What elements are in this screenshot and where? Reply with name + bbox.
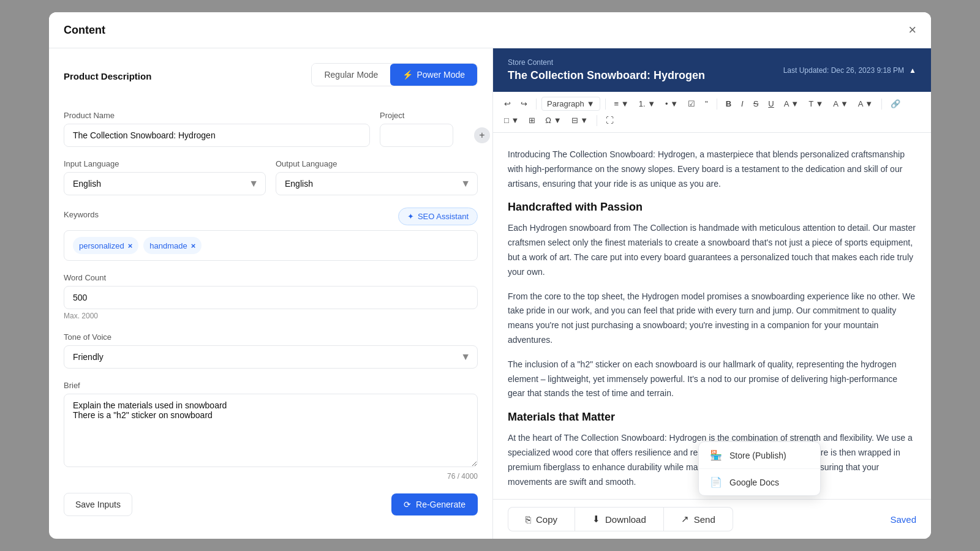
power-mode-button[interactable]: ⚡ ⚡ Power Mode Power Mode <box>390 64 477 86</box>
toolbar-sep-1 <box>536 99 537 110</box>
refresh-icon: ⟳ <box>404 500 411 509</box>
store-icon: 🏪 <box>710 449 722 461</box>
tone-label: Tone of Voice <box>64 332 478 342</box>
remove-handmade-button[interactable]: × <box>191 241 196 250</box>
text-highlight-button[interactable]: A ▼ <box>854 97 876 111</box>
seo-assistant-button[interactable]: ✦ SEO Assistant <box>398 208 478 225</box>
send-icon: ↗ <box>681 514 689 525</box>
modal-overlay: Content × Product Description Regular Mo… <box>0 0 980 551</box>
content-para-1: Each Hydrogen snowboard from The Collect… <box>508 221 916 279</box>
publish-dropdown: 🏪 Store (Publish) 📄 Google Docs <box>698 441 821 496</box>
tone-wrapper: Friendly ▼ <box>64 345 478 369</box>
input-language-select[interactable]: English <box>64 172 266 195</box>
copy-icon: ⎘ <box>526 514 531 525</box>
text-bg-button[interactable]: A ▼ <box>829 97 851 111</box>
bold-button[interactable]: B <box>722 97 735 111</box>
link-button[interactable]: 🔗 <box>887 97 904 111</box>
output-language-label: Output Language <box>276 159 478 168</box>
regenerate-button[interactable]: ⟳ Re-Generate <box>391 493 478 515</box>
store-label: Store Content <box>508 58 705 67</box>
brief-textarea[interactable]: Explain the materials used in snowboard … <box>64 394 478 467</box>
content-footer: ⎘ Copy ⬇ Download ↗ Send Saved <box>493 499 931 539</box>
paragraph-chevron-icon: ▼ <box>587 99 595 108</box>
product-name-input[interactable] <box>64 124 370 147</box>
copy-button[interactable]: ⎘ Copy <box>508 507 575 531</box>
content-modal: Content × Product Description Regular Mo… <box>49 12 931 539</box>
collapse-icon[interactable]: ▲ <box>909 66 916 75</box>
italic-button[interactable]: I <box>737 97 747 111</box>
keywords-box[interactable]: personalized × handmade × <box>64 230 478 261</box>
project-field: Project + <box>380 111 478 147</box>
keyword-tag-handmade: handmade × <box>143 237 202 254</box>
undo-button[interactable]: ↩ <box>500 97 514 111</box>
align-button[interactable]: ≡ ▼ <box>611 97 633 111</box>
footer-buttons: ⎘ Copy ⬇ Download ↗ Send <box>508 507 733 531</box>
regular-mode-button[interactable]: Regular Mode <box>312 64 390 86</box>
image-button[interactable]: □ ▼ <box>500 113 522 127</box>
close-button[interactable]: × <box>908 23 916 37</box>
redo-button[interactable]: ↪ <box>517 97 531 111</box>
output-language-select[interactable]: English <box>276 172 478 195</box>
project-add-button[interactable]: + <box>474 127 490 143</box>
content-heading-2: Materials that Matter <box>508 411 916 424</box>
section-title: Product Description <box>64 71 151 81</box>
modal-header: Content × <box>49 12 931 48</box>
input-language-field: Input Language English ▼ <box>64 159 266 195</box>
language-row: Input Language English ▼ Output Language <box>64 159 478 195</box>
store-info: Store Content The Collection Snowboard: … <box>508 58 705 82</box>
product-name-field: Product Name <box>64 111 370 147</box>
download-button[interactable]: ⬇ Download <box>575 507 664 531</box>
right-panel: Store Content The Collection Snowboard: … <box>493 48 931 539</box>
modal-body: Product Description Regular Mode ⚡ ⚡ Pow… <box>49 48 931 539</box>
modal-title: Content <box>64 24 105 37</box>
editor-toolbar: ↩ ↪ Paragraph ▼ ≡ ▼ 1. ▼ • ▼ ☑ " B I <box>493 92 931 133</box>
output-language-field: Output Language English ▼ <box>276 159 478 195</box>
task-list-button[interactable]: ☑ <box>684 97 699 111</box>
font-color-button[interactable]: A ▼ <box>780 97 802 111</box>
toolbar-sep-2 <box>605 99 606 110</box>
toolbar-sep-4 <box>881 99 882 110</box>
docs-icon: 📄 <box>710 476 722 488</box>
brief-section: Brief Explain the materials used in snow… <box>64 381 478 481</box>
tone-select[interactable]: Friendly <box>64 345 478 369</box>
ordered-list-button[interactable]: 1. ▼ <box>635 97 659 111</box>
output-language-wrapper: English ▼ <box>276 172 478 195</box>
table-insert-button[interactable]: ⊟ ▼ <box>568 113 592 127</box>
input-language-label: Input Language <box>64 159 266 168</box>
content-intro: Introducing The Collection Snowboard: Hy… <box>508 148 916 191</box>
table-button[interactable]: ⊞ <box>525 113 539 127</box>
strikethrough-button[interactable]: S <box>750 97 763 111</box>
remove-personalized-button[interactable]: × <box>128 241 133 250</box>
blockquote-button[interactable]: " <box>701 97 712 111</box>
project-input[interactable] <box>380 124 453 147</box>
word-count-max-label: Max. 2000 <box>64 312 478 320</box>
toolbar-sep-3 <box>717 99 717 110</box>
brief-label: Brief <box>64 381 478 390</box>
project-label: Project <box>380 111 478 120</box>
keywords-header: Keywords ✦ SEO Assistant <box>64 208 478 225</box>
mode-toggle: Regular Mode ⚡ ⚡ Power Mode Power Mode <box>311 63 478 86</box>
keywords-label: Keywords <box>64 210 99 219</box>
unordered-list-button[interactable]: • ▼ <box>662 97 682 111</box>
store-publish-option[interactable]: 🏪 Store (Publish) <box>699 442 820 468</box>
last-updated: Last Updated: Dec 26, 2023 9:18 PM ▲ <box>783 66 916 75</box>
word-count-input[interactable] <box>64 286 478 309</box>
tone-section: Tone of Voice Friendly ▼ <box>64 332 478 369</box>
send-button[interactable]: ↗ Send <box>664 507 733 531</box>
word-count-label: Word Count <box>64 273 478 282</box>
google-docs-option[interactable]: 📄 Google Docs <box>699 469 820 495</box>
toolbar-sep-5 <box>597 115 597 126</box>
sparkle-icon: ✦ <box>407 212 414 221</box>
word-count-section: Word Count Max. 2000 <box>64 273 478 320</box>
product-name-label: Product Name <box>64 111 370 120</box>
paragraph-select[interactable]: Paragraph ▼ <box>541 97 600 111</box>
product-name-row: Product Name Project + <box>64 111 478 147</box>
underline-button[interactable]: U <box>764 97 777 111</box>
special-chars-button[interactable]: Ω ▼ <box>541 113 565 127</box>
save-inputs-button[interactable]: Save Inputs <box>64 493 132 516</box>
fullscreen-button[interactable]: ⛶ <box>602 113 617 127</box>
input-language-wrapper: English ▼ <box>64 172 266 195</box>
font-size-button[interactable]: T ▼ <box>805 97 827 111</box>
lightning-icon: ⚡ <box>402 70 413 80</box>
content-para-3: The inclusion of a "h2" sticker on each … <box>508 358 916 401</box>
